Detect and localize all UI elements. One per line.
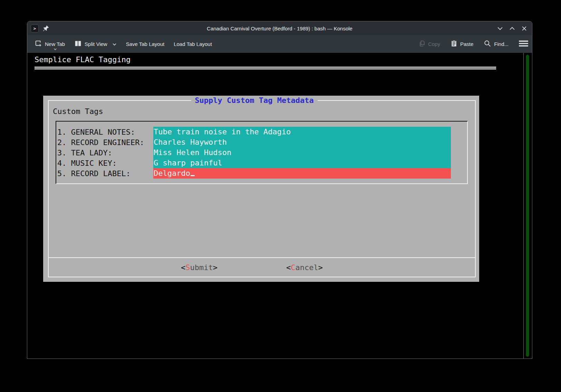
split-view-icon [74, 40, 82, 48]
new-tab-icon [35, 40, 42, 48]
split-view-label: Split View [85, 41, 107, 47]
split-view-caret-icon [112, 41, 117, 47]
close-button[interactable] [521, 25, 527, 31]
new-tab-caret-icon [54, 46, 57, 51]
field-value: Tube train noise in the Adagio [154, 127, 291, 136]
paste-label: Paste [460, 41, 473, 47]
field-label: 3. TEA LADY: [56, 149, 153, 157]
find-label: Find... [494, 41, 509, 47]
heading-separator-line [35, 67, 496, 69]
button-label-rest: ubmit [190, 263, 213, 272]
hamburger-icon [519, 40, 528, 48]
paste-icon [451, 40, 457, 48]
konsole-window: > Canadian Carnival Overture (Bedford - … [27, 21, 532, 359]
titlebar[interactable]: > Canadian Carnival Overture (Bedford - … [27, 21, 532, 35]
pin-icon[interactable] [42, 25, 49, 32]
tui-dialog: Supply Custom Tag Metadata Custom Tags 1… [43, 96, 479, 282]
bracket: > [213, 263, 217, 272]
field-label: 2. RECORD ENGINEER: [56, 138, 153, 147]
window-title: Canadian Carnival Overture (Bedford - 19… [69, 26, 491, 31]
save-tab-layout-button[interactable]: Save Tab Layout [126, 41, 164, 47]
copy-label: Copy [428, 41, 440, 47]
field-value: Charles Hayworth [154, 138, 227, 146]
search-icon [484, 40, 491, 48]
find-button[interactable]: Find... [484, 40, 509, 48]
field-input-general-notes[interactable]: Tube train noise in the Adagio [153, 127, 451, 137]
dialog-title: Supply Custom Tag Metadata [191, 96, 317, 105]
field-input-tea-lady[interactable]: Miss Helen Hudson [153, 147, 451, 158]
cancel-button[interactable]: <Cancel> [286, 262, 323, 273]
save-tab-layout-label: Save Tab Layout [126, 41, 164, 47]
konsole-app-icon-glyph: > [33, 26, 36, 31]
bracket: > [318, 263, 323, 272]
field-label: 1. GENERAL NOTES: [56, 128, 153, 136]
hamburger-menu-button[interactable] [519, 40, 528, 48]
split-view-button[interactable]: Split View [74, 40, 117, 48]
paste-button[interactable]: Paste [451, 40, 473, 48]
form-row-general-notes: 1. GENERAL NOTES: Tube train noise in th… [56, 127, 467, 137]
field-input-record-engineer[interactable]: Charles Hayworth [153, 137, 451, 147]
field-value: G sharp painful [154, 159, 222, 167]
button-separator-line [49, 257, 475, 258]
scrollbar-track[interactable] [523, 53, 532, 358]
form-row-record-engineer: 2. RECORD ENGINEER: Charles Hayworth [56, 137, 467, 147]
new-tab-button[interactable]: New Tab [35, 40, 65, 48]
hotkey-letter: S [185, 263, 190, 272]
terminal-heading: Semplice FLAC Tagging [35, 55, 130, 65]
desktop: > Canadian Carnival Overture (Bedford - … [0, 0, 561, 392]
copy-button[interactable]: Copy [418, 40, 440, 48]
form-row-record-label: 5. RECORD LABEL: Delgardo [56, 168, 467, 179]
minimize-button[interactable] [497, 25, 503, 31]
field-input-music-key[interactable]: G sharp painful [153, 158, 451, 168]
field-value: Delgardo [154, 169, 190, 178]
terminal-viewport[interactable]: Semplice FLAC Tagging Supply Custom Tag … [27, 53, 523, 358]
hotkey-letter: C [291, 263, 295, 272]
form-row-music-key: 4. MUSIC KEY: G sharp painful [56, 158, 467, 168]
field-input-record-label[interactable]: Delgardo [153, 168, 451, 179]
text-cursor [191, 175, 195, 176]
load-tab-layout-button[interactable]: Load Tab Layout [174, 41, 212, 47]
dialog-section-label: Custom Tags [53, 106, 103, 117]
form-row-tea-lady: 3. TEA LADY: Miss Helen Hudson [56, 147, 467, 158]
scrollbar-thumb[interactable] [526, 55, 529, 357]
form-box: 1. GENERAL NOTES: Tube train noise in th… [56, 121, 468, 184]
bracket: < [181, 263, 185, 272]
copy-icon [418, 40, 425, 48]
load-tab-layout-label: Load Tab Layout [174, 41, 212, 47]
field-label: 5. RECORD LABEL: [56, 169, 153, 178]
field-value: Miss Helen Hudson [154, 148, 231, 157]
konsole-app-icon: > [31, 25, 39, 32]
maximize-button[interactable] [509, 25, 515, 31]
button-label-rest: ancel [296, 263, 318, 272]
toolbar: New Tab Split View [27, 35, 532, 53]
field-label: 4. MUSIC KEY: [56, 159, 153, 168]
bracket: < [286, 263, 291, 272]
submit-button[interactable]: <Submit> [181, 262, 217, 273]
